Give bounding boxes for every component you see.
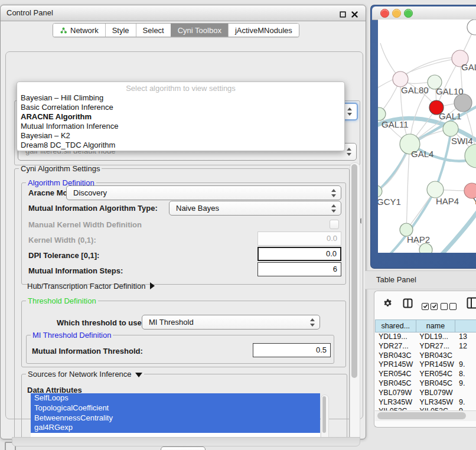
node-label-hap4: HAP4	[436, 196, 459, 206]
column-header-col2[interactable]	[455, 319, 476, 332]
float-icon[interactable]	[340, 9, 347, 17]
data-attributes-list: SelfLoopsTopologicalCoefficientBetweenne…	[31, 393, 320, 437]
select-all-icon[interactable]	[422, 301, 439, 311]
tab-style[interactable]: Style	[105, 24, 136, 37]
table-row[interactable]: YBL079WYBL079W	[375, 389, 476, 398]
node-label-gal1: GAL1	[439, 111, 461, 121]
table-row[interactable]: YBR043CYBR043C	[375, 351, 476, 361]
algorithm-option-aracne-algorithm[interactable]: ARACNE Algorithm	[19, 112, 343, 122]
tab-label: Cyni Toolbox	[178, 26, 221, 35]
table-cell: 9.	[455, 398, 476, 407]
combo-arrows-icon	[331, 204, 337, 213]
attribute-list-item[interactable]: gal4RGexp	[31, 423, 320, 433]
column-header-shared[interactable]: shared...	[375, 319, 416, 332]
manual-kernel-checkbox[interactable]	[330, 220, 339, 229]
network-canvas[interactable]: GALGAL80GAL10GAL1GAL11SWI4GAL4GCY1HAP4YH…	[378, 19, 476, 253]
aracne-mode-combobox[interactable]: Discovery	[66, 185, 341, 200]
deselect-all-icon[interactable]	[441, 301, 458, 311]
minimize-traffic-light[interactable]	[392, 9, 401, 18]
algorithm-option-dream8-dc-tdc-algorithm[interactable]: Dream8 DC_TDC Algorithm	[19, 141, 343, 150]
tab-label: Select	[143, 26, 164, 35]
network-node[interactable]	[454, 94, 472, 112]
group-title: Sources for Network Inference	[26, 370, 144, 379]
table-row[interactable]: YBR045CYBR045C9.	[375, 379, 476, 389]
scrollbar-thumb[interactable]	[322, 396, 326, 433]
tab-cyni-toolbox[interactable]: Cyni Toolbox	[171, 24, 228, 37]
table-body: YDL19...YDL19...13YDR27...YDR27...12YBR0…	[375, 332, 476, 411]
close-traffic-light[interactable]	[380, 9, 389, 18]
attribute-list-item[interactable]: SelfLoops	[31, 393, 320, 403]
apply-button[interactable]: Apply	[161, 446, 206, 450]
expand-arrow-icon[interactable]	[150, 282, 155, 289]
aracne-mode-value: Discovery	[73, 186, 107, 200]
tab-network[interactable]: Network	[53, 24, 105, 37]
which-threshold-combobox[interactable]: MI Threshold	[142, 315, 320, 330]
attributes-scrollbar[interactable]	[321, 394, 329, 437]
algorithm-option-basic-correlation-inference[interactable]: Basic Correlation Inference	[19, 103, 343, 112]
table-cell: YPR145W	[375, 360, 416, 370]
table-cell: YDR27...	[416, 342, 455, 351]
network-node[interactable]	[419, 243, 432, 253]
column-header-name[interactable]: name	[416, 319, 456, 332]
zoom-traffic-light[interactable]	[404, 9, 413, 18]
window-title: Control Panel	[6, 5, 53, 21]
settings-vertical-scrollbar[interactable]	[350, 162, 360, 441]
table-file-icon[interactable]	[467, 297, 476, 311]
kernel-width-label: Kernel Width (0,1):	[28, 236, 96, 244]
node-label-gal80: GAL80	[401, 85, 429, 95]
dpi-tolerance-label: DPI Tolerance [0,1]:	[28, 251, 99, 260]
mi-steps-field[interactable]: 6	[257, 262, 341, 276]
attribute-list-item[interactable]: TopologicalCoefficient	[31, 403, 320, 413]
attribute-list-item[interactable]: BetweennessCentrality	[31, 413, 320, 423]
table-cell: YDR27...	[375, 342, 416, 351]
collapse-arrow-icon[interactable]	[135, 373, 142, 377]
table-horizontal-scrollbar[interactable]	[375, 410, 476, 421]
network-icon	[60, 27, 67, 34]
network-node[interactable]	[467, 19, 476, 35]
table-row[interactable]: YDL19...YDL19...13	[375, 332, 476, 342]
table-cell: YBL079W	[416, 389, 455, 398]
sources-title: Sources for Network Inference	[28, 370, 132, 379]
network-node[interactable]	[443, 121, 458, 136]
network-node[interactable]	[465, 144, 476, 168]
group-title: MI Threshold Definition	[31, 331, 113, 340]
node-label-gal11: GAL11	[382, 119, 409, 129]
close-icon[interactable]	[351, 9, 358, 17]
table-row[interactable]: YER054CYER054C8.	[375, 370, 476, 379]
table-cell: YBR045C	[416, 379, 455, 389]
algorithm-option-mutual-information-inference[interactable]: Mutual Information Inference	[19, 122, 343, 131]
table-cell: YBR043C	[375, 351, 416, 361]
mi-algorithm-type-combobox[interactable]: Naive Bayes	[169, 201, 341, 216]
gear-icon[interactable]	[383, 298, 393, 311]
node-label-gal: GAL	[461, 62, 476, 72]
tab-jactivemnodules[interactable]: jActiveMNodules	[228, 24, 299, 37]
control-panel-tabs: NetworkStyleSelectCyni ToolboxjActiveMNo…	[53, 23, 299, 37]
table-row[interactable]: YLR345WYLR345W9.	[375, 398, 476, 407]
node-label-y: Y	[473, 196, 476, 206]
scrollbar-thumb[interactable]	[377, 412, 466, 419]
algorithm-option-bayesian-hill-climbing[interactable]: Bayesian – Hill Climbing	[19, 93, 343, 103]
scrollbar-thumb[interactable]	[351, 164, 357, 378]
algorithm-option-bayesian-k2[interactable]: Bayesian – K2	[19, 131, 343, 141]
which-threshold-label: Which threshold to use:	[57, 318, 144, 327]
table-cell: YBR045C	[375, 379, 416, 389]
table-panel-title: Table Panel	[376, 271, 416, 289]
dpi-tolerance-field[interactable]: 0.0	[257, 247, 341, 261]
network-node[interactable]	[378, 107, 386, 120]
table-cell	[455, 351, 476, 361]
tab-select[interactable]: Select	[136, 24, 171, 37]
combo-arrows-icon	[347, 148, 352, 156]
columns-icon[interactable]	[403, 298, 413, 311]
kernel-width-field[interactable]: 0.0	[257, 231, 341, 246]
group-title: Cyni Algorithm Settings	[19, 164, 102, 173]
table-panel-header: Table Panel	[365, 270, 476, 289]
hub-definition-expander[interactable]: Hub/Transcription Factor Definition	[27, 282, 155, 291]
infer-network-panel: galFiltered.sif default node Select algo…	[5, 51, 363, 419]
mi-type-label: Mutual Information Algorithm Type:	[28, 204, 158, 213]
network-node[interactable]	[427, 181, 444, 198]
table-cell: YDL19...	[375, 332, 416, 342]
table-cell: YLR345W	[375, 398, 416, 407]
table-row[interactable]: YDR27...YDR27...12	[375, 342, 476, 351]
table-row[interactable]: YPR145WYPR145W9.	[375, 360, 476, 370]
mi-threshold-field[interactable]: 0.5	[253, 343, 331, 357]
